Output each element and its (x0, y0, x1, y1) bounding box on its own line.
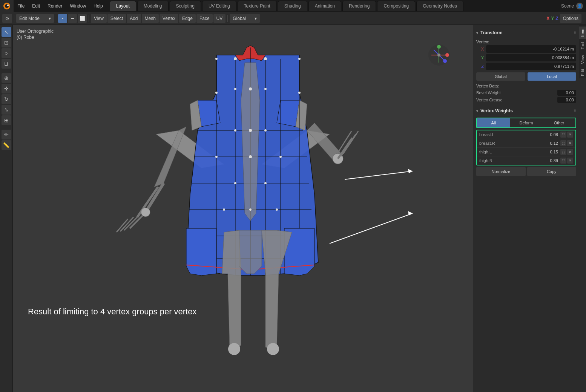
face-menu[interactable]: Face (196, 14, 213, 23)
vtab-view[interactable]: View (579, 53, 586, 66)
tab-animation[interactable]: Animation (308, 1, 341, 11)
z-axis-label: Z (555, 16, 558, 21)
svg-point-50 (234, 182, 236, 184)
face-mode-btn[interactable]: ⬜ (78, 14, 87, 23)
panel-content: ▾ Transform ⠿ Vertex: X -0.16214 m Y 0.0… (473, 25, 579, 179)
vertex-weights-header[interactable]: ▾ Vertex Weights ⠿ (476, 106, 576, 115)
x-value-field[interactable]: -0.16214 m (486, 45, 576, 53)
vw-remove-breast-r[interactable]: ✕ (567, 140, 573, 146)
svg-point-63 (298, 92, 301, 94)
top-menu-items: File Edit Render Window Help (14, 0, 107, 12)
tab-rendering[interactable]: Rendering (342, 1, 376, 11)
global-dropdown[interactable]: Global ▾ (230, 14, 260, 23)
select-menu[interactable]: Select (107, 14, 126, 23)
tab-texture-paint[interactable]: Texture Paint (238, 1, 277, 11)
edge-mode-btn[interactable]: ━ (68, 14, 77, 23)
3d-scene-svg (13, 25, 473, 392)
transform-section-header[interactable]: ▾ Transform ⠿ (476, 28, 576, 37)
box-select-icon[interactable]: ⊡ (2, 38, 11, 47)
viewport-canvas: User Orthographic (0) Robe Result of lim… (13, 25, 473, 392)
dropdown-arrow: ▾ (49, 16, 51, 21)
vw-tab-all[interactable]: All (477, 118, 510, 127)
vertex-crease-field[interactable]: 0.00 (557, 97, 576, 103)
tab-uv-editing[interactable]: UV Editing (202, 1, 236, 11)
normalize-button[interactable]: Normalize (476, 167, 526, 176)
vtab-edit[interactable]: Edit (579, 67, 586, 78)
svg-point-58 (249, 208, 252, 211)
vw-tab-deform[interactable]: Deform (510, 118, 543, 127)
select-tool-icon[interactable]: ↖ (2, 27, 11, 37)
tab-layout[interactable]: Layout (110, 1, 136, 11)
menu-window[interactable]: Window (66, 0, 90, 12)
vw-edit-breast-l[interactable]: ⬚ (560, 132, 566, 138)
viewport[interactable]: User Orthographic (0) Robe Result of lim… (13, 25, 473, 392)
y-value-text: 0.008384 m (552, 55, 574, 60)
circle-select-icon[interactable]: ○ (2, 48, 11, 58)
menu-help[interactable]: Help (90, 0, 107, 12)
move-icon[interactable]: ✛ (2, 84, 11, 93)
select-mode-icon[interactable]: ⊙ (2, 14, 12, 23)
cursor-icon[interactable]: ⊕ (2, 73, 11, 83)
svg-point-46 (228, 343, 240, 355)
svg-point-49 (249, 129, 252, 132)
options-btn[interactable]: Options (560, 14, 581, 23)
tab-shading[interactable]: Shading (278, 1, 307, 11)
add-menu[interactable]: Add (127, 14, 141, 23)
bevel-weight-field[interactable]: 0.00 (557, 90, 576, 96)
bevel-weight-row: Bevel Weight 0.00 (476, 90, 576, 96)
z-value-field[interactable]: 0.97711 m (486, 63, 576, 70)
tab-modeling[interactable]: Modeling (137, 1, 169, 11)
tab-sculpting[interactable]: Sculpting (170, 1, 201, 11)
vw-name-breast-l: breast.L (479, 132, 543, 137)
view-menu[interactable]: View (91, 14, 107, 23)
vw-tab-other[interactable]: Other (543, 118, 575, 127)
x-axis-label: X (546, 16, 549, 21)
vw-edit-thigh-l[interactable]: ⬚ (560, 149, 566, 155)
lasso-select-icon[interactable]: ⊔ (2, 59, 11, 69)
global-space-btn[interactable]: Global (476, 72, 525, 81)
right-panel: Item Tool View Edit ▾ Transform ⠿ Vertex… (473, 25, 586, 392)
tab-geometry-nodes[interactable]: Geometry Nodes (416, 1, 463, 11)
transform-icon[interactable]: ⊞ (2, 115, 11, 125)
menu-edit[interactable]: Edit (28, 0, 44, 12)
vertex-weights-section: ▾ Vertex Weights ⠿ All Deform Other brea… (476, 106, 576, 176)
vw-remove-thigh-r[interactable]: ✕ (567, 158, 573, 164)
tab-compositing[interactable]: Compositing (377, 1, 415, 11)
svg-point-12 (141, 208, 150, 217)
vertex-data-section: Vertex Data: Bevel Weight 0.00 Vertex Cr… (476, 84, 576, 103)
vertex-menu[interactable]: Vertex (160, 14, 178, 23)
vert-mode-btn[interactable]: ▪ (58, 14, 67, 23)
local-space-btn[interactable]: Local (528, 72, 577, 81)
vw-section-label: Vertex Weights (480, 108, 513, 113)
vw-remove-breast-l[interactable]: ✕ (567, 132, 573, 138)
vw-edit-breast-r[interactable]: ⬚ (560, 140, 566, 146)
vertex-crease-label: Vertex Crease (476, 98, 557, 102)
vw-remove-thigh-l[interactable]: ✕ (567, 149, 573, 155)
measure-icon[interactable]: 📏 (2, 140, 11, 150)
svg-point-51 (264, 182, 267, 184)
copy-button[interactable]: Copy (527, 167, 577, 176)
vw-table: breast.L 0.08 ⬚ ✕ breast.R 0.12 ⬚ ✕ thig… (476, 130, 576, 165)
svg-point-72 (445, 53, 449, 57)
menu-render[interactable]: Render (44, 0, 66, 12)
y-value-field[interactable]: 0.008384 m (486, 54, 576, 61)
rotate-icon[interactable]: ↻ (2, 94, 11, 104)
edit-mode-dropdown[interactable]: Edit Mode ▾ (16, 14, 54, 23)
scale-icon[interactable]: ⤡ (2, 105, 11, 115)
mesh-menu[interactable]: Mesh (142, 14, 159, 23)
svg-point-66 (215, 58, 218, 60)
header-bar: ⊙ Edit Mode ▾ ▪ ━ ⬜ View Select Add Mesh… (0, 12, 586, 25)
top-menu-bar: File Edit Render Window Help Layout Mode… (0, 0, 586, 12)
vtab-tool[interactable]: Tool (579, 40, 586, 52)
y-label: Y (476, 55, 484, 60)
uv-menu[interactable]: UV (213, 14, 226, 23)
svg-point-55 (264, 129, 267, 132)
vw-edit-thigh-r[interactable]: ⬚ (560, 158, 566, 164)
menu-file[interactable]: File (14, 0, 28, 12)
svg-point-75 (437, 54, 440, 57)
svg-point-61 (264, 88, 267, 90)
sep2 (56, 15, 56, 22)
vtab-item[interactable]: Item (579, 26, 586, 39)
annotate-icon[interactable]: ✏ (2, 130, 11, 139)
edge-menu[interactable]: Edge (179, 14, 196, 23)
